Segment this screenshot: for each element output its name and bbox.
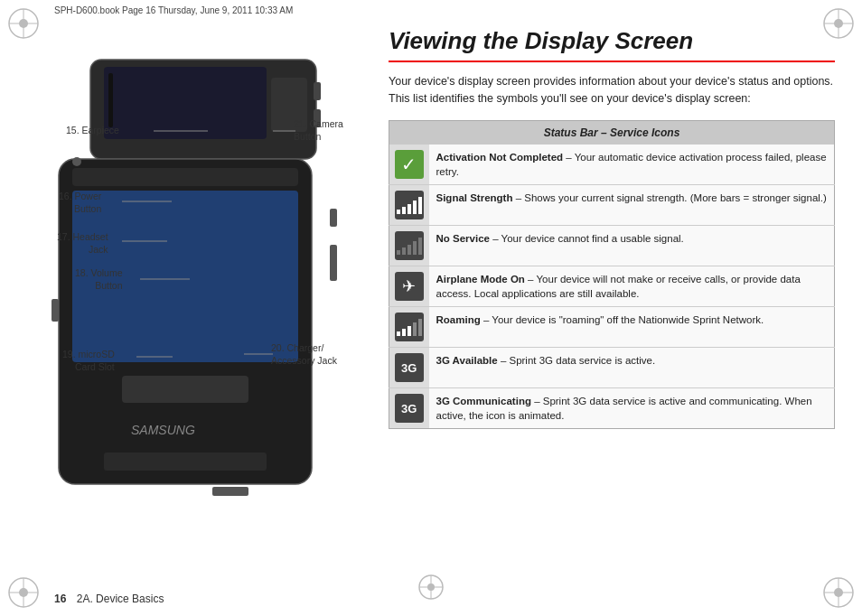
label-line-power bbox=[122, 201, 172, 202]
svg-rect-23 bbox=[72, 168, 298, 186]
svg-rect-28 bbox=[52, 299, 59, 322]
bottom-center-decoration bbox=[417, 574, 445, 603]
phone-diagram: SAMSUNG 15. Earpiece 21. CameraButton 16… bbox=[50, 51, 357, 556]
page-number: 16 bbox=[54, 593, 66, 605]
airplane-icon: ✈ bbox=[395, 272, 424, 301]
text-cell-activation: Activation Not Completed – Your automati… bbox=[429, 145, 835, 185]
table-row: 3G 3G Communicating – Sprint 3G data ser… bbox=[389, 388, 835, 429]
label-line-microsd bbox=[136, 356, 173, 358]
label-line-headset bbox=[122, 240, 167, 242]
icon-cell-3g-available: 3G bbox=[389, 348, 429, 388]
svg-rect-31 bbox=[212, 487, 248, 496]
svg-rect-19 bbox=[108, 73, 113, 127]
label-earpiece: 15. Earpiece bbox=[66, 125, 119, 135]
header-text: SPH-D600.book Page 16 Thursday, June 9, … bbox=[54, 5, 293, 15]
table-row: Signal Strength – Shows your current sig… bbox=[389, 184, 835, 225]
label-headset: 17. HeadsetJack bbox=[57, 231, 108, 256]
corner-decoration-bl bbox=[7, 576, 40, 609]
table-row: No Service – Your device cannot find a u… bbox=[389, 225, 835, 266]
label-power: 16. PowerButton bbox=[59, 191, 101, 215]
table-row: Roaming – Your device is "roaming" off t… bbox=[389, 307, 835, 348]
svg-rect-17 bbox=[104, 67, 267, 139]
svg-rect-25 bbox=[122, 376, 248, 403]
icon-cell-activation: ✓ bbox=[389, 145, 429, 185]
table-header: Status Bar – Service Icons bbox=[389, 120, 835, 145]
table-row: 3G 3G Available – Sprint 3G data service… bbox=[389, 348, 835, 388]
3g-communicating-icon: 3G bbox=[395, 394, 424, 423]
svg-rect-29 bbox=[330, 245, 337, 281]
icon-cell-3g-communicating: 3G bbox=[389, 388, 429, 429]
label-line-volume bbox=[140, 278, 190, 280]
text-cell-3g-available: 3G Available – Sprint 3G data service is… bbox=[429, 348, 835, 388]
label-line-earpiece bbox=[154, 130, 208, 132]
3g-available-icon: 3G bbox=[395, 353, 424, 382]
icon-cell-signal-strength bbox=[389, 184, 429, 225]
label-line-camera bbox=[273, 130, 295, 132]
page-title: Viewing the Display Screen bbox=[389, 27, 835, 62]
label-charger: 20. Charger/Accessory Jack bbox=[271, 342, 337, 367]
svg-rect-30 bbox=[330, 209, 337, 227]
svg-rect-20 bbox=[314, 82, 321, 100]
icon-cell-no-service bbox=[389, 225, 429, 266]
text-cell-3g-communicating: 3G Communicating – Sprint 3G data servic… bbox=[429, 388, 835, 429]
text-cell-signal-strength: Signal Strength – Shows your current sig… bbox=[429, 184, 835, 225]
text-cell-airplane: Airplane Mode On – Your device will not … bbox=[429, 266, 835, 306]
label-microsd: 19. microSDCard Slot bbox=[62, 349, 115, 373]
intro-text: Your device's display screen provides in… bbox=[389, 73, 835, 107]
text-cell-no-service: No Service – Your device cannot find a u… bbox=[429, 225, 835, 266]
status-table: Status Bar – Service Icons ✓ Activation … bbox=[389, 120, 835, 430]
header-bar: SPH-D600.book Page 16 Thursday, June 9, … bbox=[0, 0, 862, 20]
table-row: ✓ Activation Not Completed – Your automa… bbox=[389, 145, 835, 185]
table-row: ✈ Airplane Mode On – Your device will no… bbox=[389, 266, 835, 306]
text-cell-roaming: Roaming – Your device is "roaming" off t… bbox=[429, 307, 835, 348]
signal-strength-icon bbox=[395, 191, 424, 219]
label-line-charger bbox=[244, 353, 273, 355]
activation-icon: ✓ bbox=[395, 150, 424, 179]
footer: 16 2A. Device Basics bbox=[54, 593, 164, 605]
corner-decoration-br bbox=[822, 576, 855, 609]
icon-cell-roaming bbox=[389, 307, 429, 348]
right-panel: Viewing the Display Screen Your device's… bbox=[389, 27, 835, 580]
section-label: 2A. Device Basics bbox=[77, 593, 164, 605]
label-volume: 18. VolumeButton bbox=[75, 267, 123, 292]
phone-diagram-panel: SAMSUNG 15. Earpiece 21. CameraButton 16… bbox=[27, 27, 379, 580]
icon-cell-airplane: ✈ bbox=[389, 266, 429, 306]
no-service-icon bbox=[395, 231, 424, 260]
phone-top-svg bbox=[86, 51, 321, 168]
roaming-icon bbox=[395, 313, 424, 341]
svg-rect-27 bbox=[104, 453, 267, 471]
label-camera: 21. CameraButton bbox=[294, 118, 343, 143]
svg-point-32 bbox=[72, 157, 81, 166]
svg-text:SAMSUNG: SAMSUNG bbox=[131, 423, 195, 437]
